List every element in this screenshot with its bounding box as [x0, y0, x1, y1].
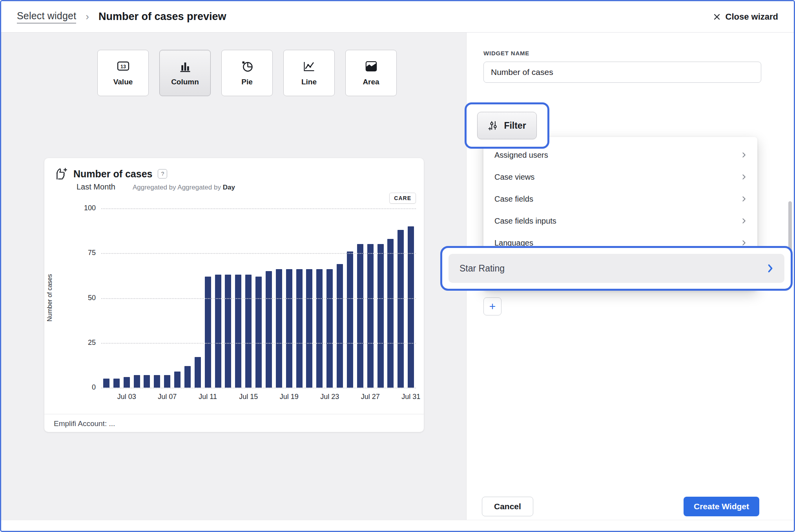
gridline	[101, 298, 416, 299]
bar	[255, 277, 262, 388]
x-tick-label: Jul 15	[239, 393, 258, 401]
x-tick-label: Jul 03	[117, 393, 136, 401]
y-tick-label: 100	[78, 204, 96, 212]
menu-item-label: Case fields	[494, 195, 533, 204]
y-tick-label: 0	[78, 383, 96, 392]
cancel-button[interactable]: Cancel	[482, 497, 533, 516]
filter-menu-item[interactable]: Case views	[483, 166, 757, 188]
preview-aggregation: Aggregated by Aggregated by Day	[133, 184, 235, 191]
close-wizard-button[interactable]: Close wizard	[713, 12, 778, 22]
chart-type-value-button[interactable]: 13 Value	[97, 50, 149, 96]
bar	[286, 269, 292, 388]
add-filter-button[interactable]: +	[483, 297, 501, 315]
bar	[164, 375, 170, 388]
bar	[377, 244, 384, 388]
menu-item-label: Assigned users	[494, 151, 548, 160]
filter-sliders-icon	[488, 120, 499, 131]
chart-type-label: Value	[113, 78, 133, 86]
bar	[235, 275, 241, 388]
y-tick-label: 75	[78, 249, 96, 257]
chart-type-label: Pie	[241, 78, 253, 86]
bar	[276, 269, 282, 388]
widget-preview-card: Number of cases ? Last Month Aggregated …	[44, 158, 424, 432]
gridline	[101, 253, 416, 254]
bar	[245, 275, 252, 388]
bar	[306, 269, 312, 388]
preview-card-footer: Emplifi Account: ...	[44, 414, 424, 432]
chart-type-label: Column	[171, 78, 199, 86]
breadcrumb-select-widget[interactable]: Select widget	[17, 10, 76, 24]
bar	[326, 269, 333, 388]
preview-subtitle: Last Month Aggregated by Aggregated by D…	[77, 182, 235, 191]
close-icon	[713, 13, 721, 21]
y-tick-label: 50	[78, 294, 96, 302]
bar	[195, 357, 201, 388]
chevron-right-icon	[742, 217, 746, 224]
pie-chart-icon	[240, 60, 254, 73]
page-title: Number of cases preview	[98, 11, 226, 23]
widget-name-input[interactable]	[483, 62, 761, 83]
bar	[296, 269, 303, 388]
bar	[387, 239, 394, 388]
x-tick-label: Jul 07	[158, 393, 177, 401]
filter-button[interactable]: Filter	[477, 112, 536, 139]
filter-menu-item[interactable]: Case fields	[483, 188, 757, 210]
wizard-window: Select widget › Number of cases preview …	[0, 0, 795, 532]
chart-type-label: Area	[363, 78, 379, 86]
gridline	[101, 208, 416, 209]
breadcrumb-chevron-icon: ›	[86, 11, 89, 23]
column-chart-icon	[178, 60, 192, 73]
care-badge: CARE	[389, 193, 416, 204]
chart-type-line-button[interactable]: Line	[283, 50, 335, 96]
widget-name-label: WIDGET NAME	[483, 50, 529, 56]
star-rating-label: Star Rating	[459, 263, 505, 274]
aggregation-value: Day	[223, 184, 235, 191]
chart-type-area-button[interactable]: Area	[345, 50, 397, 96]
bar	[316, 269, 323, 388]
y-axis-title: Number of cases	[46, 272, 53, 323]
create-widget-button[interactable]: Create Widget	[684, 497, 759, 516]
x-tick-label: Jul 27	[361, 393, 380, 401]
wizard-header: Select widget › Number of cases preview …	[1, 1, 794, 33]
x-tick-label: Jul 19	[280, 393, 299, 401]
filter-menu-list: Assigned usersCase viewsCase fieldsCase …	[483, 144, 757, 254]
filter-menu-item-star-rating[interactable]: Star Rating	[449, 254, 784, 283]
value-icon: 13	[116, 60, 130, 73]
chevron-right-icon	[742, 173, 746, 180]
filter-menu-item[interactable]: Case fields inputs	[483, 210, 757, 232]
bar	[266, 271, 272, 388]
chevron-right-icon	[742, 151, 746, 159]
preview-period: Last Month	[77, 182, 115, 191]
preview-card-header: Number of cases ?	[54, 167, 167, 181]
bar	[134, 375, 140, 388]
menu-item-label: Case views	[494, 173, 534, 182]
gridline	[101, 388, 416, 388]
bar	[113, 379, 120, 388]
bar	[367, 244, 374, 388]
bar	[103, 379, 109, 388]
area-chart-icon	[364, 60, 378, 73]
gridline	[101, 343, 416, 344]
star-rating-highlight-annotation: Star Rating	[440, 246, 793, 291]
bar	[144, 375, 150, 388]
bar	[184, 366, 191, 388]
bar	[205, 277, 211, 388]
line-chart-icon	[302, 60, 316, 73]
bar	[347, 251, 353, 388]
svg-text:13: 13	[120, 64, 126, 69]
bar	[357, 244, 363, 388]
chart-type-label: Line	[301, 78, 317, 86]
bar	[124, 377, 130, 388]
help-icon[interactable]: ?	[158, 169, 167, 179]
chevron-right-icon	[767, 264, 773, 273]
filter-button-label: Filter	[504, 120, 526, 131]
x-tick-label: Jul 23	[320, 393, 339, 401]
bar	[154, 375, 160, 388]
bar	[337, 264, 343, 388]
chart-type-column-button[interactable]: Column	[159, 50, 211, 96]
chart-type-pie-button[interactable]: Pie	[221, 50, 273, 96]
bar	[225, 275, 231, 388]
chart-type-row: 13 Value Column Pie	[97, 50, 397, 96]
chevron-right-icon	[742, 195, 746, 202]
bar	[215, 275, 221, 388]
